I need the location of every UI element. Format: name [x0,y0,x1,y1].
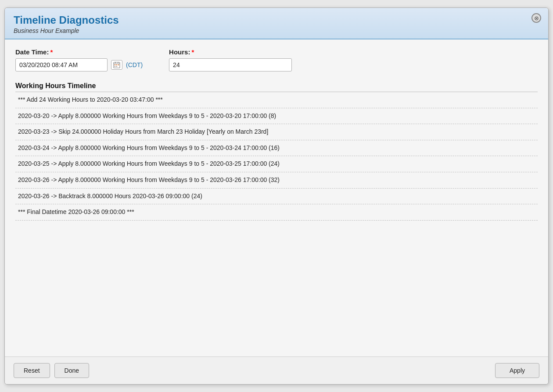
form-row: Date Time:* [15,48,538,71]
timeline-row: 2020-03-24 -> Apply 8.000000 Working Hou… [15,140,538,156]
timeline-diagnostics-dialog: Timeline Diagnostics Business Hour Examp… [4,7,549,385]
timeline-cell: 2020-03-24 -> Apply 8.000000 Working Hou… [15,140,538,156]
timeline-section-title: Working Hours Timeline [15,82,538,90]
timeline-cell: 2020-03-26 -> Apply 8.000000 Working Hou… [15,172,538,188]
timeline-cell: 2020-03-25 -> Apply 8.000000 Working Hou… [15,156,538,172]
svg-rect-4 [115,64,115,65]
timeline-row: 2020-03-25 -> Apply 8.000000 Working Hou… [15,156,538,172]
timeline-cell: *** Add 24 Working Hours to 2020-03-20 0… [15,92,538,108]
close-button[interactable]: ⊗ [531,13,541,23]
dialog-body: Date Time:* [5,39,548,356]
close-icon: ⊗ [534,15,539,21]
date-time-input-row: (CDT) [15,58,143,71]
hours-label: Hours:* [169,48,292,56]
timeline-row: 2020-03-20 -> Apply 8.000000 Working Hou… [15,108,538,124]
timeline-cell: 2020-03-26 -> Backtrack 8.000000 Hours 2… [15,188,538,204]
timeline-table: *** Add 24 Working Hours to 2020-03-20 0… [15,92,538,221]
footer-left-buttons: Reset Done [14,363,89,378]
svg-rect-7 [115,66,115,67]
timeline-row: 2020-03-26 -> Backtrack 8.000000 Hours 2… [15,188,538,204]
date-time-group: Date Time:* [15,48,143,71]
done-button[interactable]: Done [54,363,89,378]
date-time-label: Date Time:* [15,48,143,56]
date-time-required: * [50,48,53,56]
dialog-header: Timeline Diagnostics Business Hour Examp… [5,8,548,39]
date-time-input[interactable] [15,58,108,71]
svg-rect-8 [116,66,117,67]
timezone-link[interactable]: (CDT) [126,61,143,68]
hours-required: * [191,48,194,56]
timeline-cell: *** Final Datetime 2020-03-26 09:00:00 *… [15,204,538,221]
hours-group: Hours:* [169,48,292,71]
hours-input[interactable] [169,58,292,71]
timeline-row: *** Add 24 Working Hours to 2020-03-20 0… [15,92,538,108]
svg-rect-6 [118,64,119,65]
timeline-row: 2020-03-26 -> Apply 8.000000 Working Hou… [15,172,538,188]
reset-button[interactable]: Reset [14,363,50,378]
timeline-cell: 2020-03-23 -> Skip 24.000000 Holiday Hou… [15,124,538,140]
timeline-cell: 2020-03-20 -> Apply 8.000000 Working Hou… [15,108,538,124]
timeline-section: Working Hours Timeline *** Add 24 Workin… [15,82,538,348]
apply-button[interactable]: Apply [495,363,539,378]
timeline-row: *** Final Datetime 2020-03-26 09:00:00 *… [15,204,538,221]
timeline-row: 2020-03-23 -> Skip 24.000000 Holiday Hou… [15,124,538,140]
dialog-title: Timeline Diagnostics [14,14,539,26]
dialog-footer: Reset Done Apply [5,356,548,384]
svg-rect-5 [116,64,117,65]
dialog-subtitle: Business Hour Example [14,27,539,34]
calendar-icon[interactable] [111,60,122,70]
